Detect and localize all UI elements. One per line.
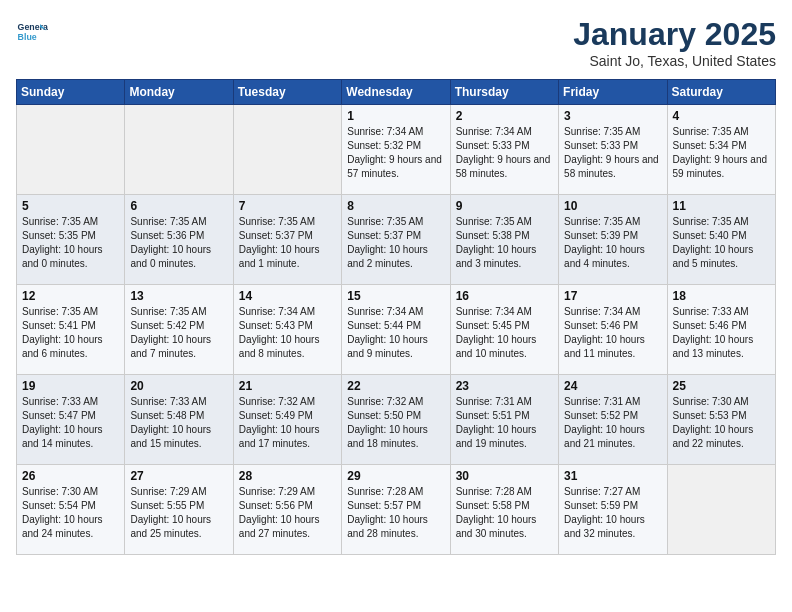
calendar-cell: 29Sunrise: 7:28 AMSunset: 5:57 PMDayligh… (342, 465, 450, 555)
day-number: 12 (22, 289, 119, 303)
calendar-cell: 20Sunrise: 7:33 AMSunset: 5:48 PMDayligh… (125, 375, 233, 465)
logo: General Blue (16, 16, 48, 48)
calendar-cell: 6Sunrise: 7:35 AMSunset: 5:36 PMDaylight… (125, 195, 233, 285)
calendar-cell: 2Sunrise: 7:34 AMSunset: 5:33 PMDaylight… (450, 105, 558, 195)
calendar-cell: 8Sunrise: 7:35 AMSunset: 5:37 PMDaylight… (342, 195, 450, 285)
calendar-cell: 24Sunrise: 7:31 AMSunset: 5:52 PMDayligh… (559, 375, 667, 465)
day-info: Sunrise: 7:35 AMSunset: 5:33 PMDaylight:… (564, 125, 661, 181)
day-number: 18 (673, 289, 770, 303)
weekday-header-tuesday: Tuesday (233, 80, 341, 105)
day-info: Sunrise: 7:29 AMSunset: 5:56 PMDaylight:… (239, 485, 336, 541)
day-info: Sunrise: 7:34 AMSunset: 5:32 PMDaylight:… (347, 125, 444, 181)
weekday-header-monday: Monday (125, 80, 233, 105)
day-number: 10 (564, 199, 661, 213)
calendar-cell: 1Sunrise: 7:34 AMSunset: 5:32 PMDaylight… (342, 105, 450, 195)
day-info: Sunrise: 7:35 AMSunset: 5:34 PMDaylight:… (673, 125, 770, 181)
day-info: Sunrise: 7:31 AMSunset: 5:52 PMDaylight:… (564, 395, 661, 451)
day-number: 14 (239, 289, 336, 303)
calendar-cell: 30Sunrise: 7:28 AMSunset: 5:58 PMDayligh… (450, 465, 558, 555)
day-info: Sunrise: 7:30 AMSunset: 5:54 PMDaylight:… (22, 485, 119, 541)
day-info: Sunrise: 7:35 AMSunset: 5:37 PMDaylight:… (239, 215, 336, 271)
calendar-week-row: 1Sunrise: 7:34 AMSunset: 5:32 PMDaylight… (17, 105, 776, 195)
day-info: Sunrise: 7:28 AMSunset: 5:57 PMDaylight:… (347, 485, 444, 541)
day-info: Sunrise: 7:35 AMSunset: 5:35 PMDaylight:… (22, 215, 119, 271)
day-number: 22 (347, 379, 444, 393)
day-number: 1 (347, 109, 444, 123)
day-number: 20 (130, 379, 227, 393)
calendar-cell: 13Sunrise: 7:35 AMSunset: 5:42 PMDayligh… (125, 285, 233, 375)
calendar-cell: 4Sunrise: 7:35 AMSunset: 5:34 PMDaylight… (667, 105, 775, 195)
day-number: 23 (456, 379, 553, 393)
day-number: 30 (456, 469, 553, 483)
calendar-body: 1Sunrise: 7:34 AMSunset: 5:32 PMDaylight… (17, 105, 776, 555)
weekday-header-sunday: Sunday (17, 80, 125, 105)
day-number: 4 (673, 109, 770, 123)
calendar-week-row: 26Sunrise: 7:30 AMSunset: 5:54 PMDayligh… (17, 465, 776, 555)
day-info: Sunrise: 7:34 AMSunset: 5:43 PMDaylight:… (239, 305, 336, 361)
calendar-cell: 15Sunrise: 7:34 AMSunset: 5:44 PMDayligh… (342, 285, 450, 375)
calendar-cell (17, 105, 125, 195)
calendar-cell: 23Sunrise: 7:31 AMSunset: 5:51 PMDayligh… (450, 375, 558, 465)
day-info: Sunrise: 7:32 AMSunset: 5:50 PMDaylight:… (347, 395, 444, 451)
day-number: 15 (347, 289, 444, 303)
day-info: Sunrise: 7:35 AMSunset: 5:40 PMDaylight:… (673, 215, 770, 271)
weekday-header-row: SundayMondayTuesdayWednesdayThursdayFrid… (17, 80, 776, 105)
calendar-cell: 3Sunrise: 7:35 AMSunset: 5:33 PMDaylight… (559, 105, 667, 195)
calendar-cell: 9Sunrise: 7:35 AMSunset: 5:38 PMDaylight… (450, 195, 558, 285)
day-info: Sunrise: 7:35 AMSunset: 5:41 PMDaylight:… (22, 305, 119, 361)
day-number: 3 (564, 109, 661, 123)
weekday-header-thursday: Thursday (450, 80, 558, 105)
day-number: 31 (564, 469, 661, 483)
calendar-cell: 18Sunrise: 7:33 AMSunset: 5:46 PMDayligh… (667, 285, 775, 375)
day-info: Sunrise: 7:35 AMSunset: 5:38 PMDaylight:… (456, 215, 553, 271)
weekday-header-friday: Friday (559, 80, 667, 105)
day-info: Sunrise: 7:28 AMSunset: 5:58 PMDaylight:… (456, 485, 553, 541)
day-info: Sunrise: 7:34 AMSunset: 5:44 PMDaylight:… (347, 305, 444, 361)
day-info: Sunrise: 7:35 AMSunset: 5:36 PMDaylight:… (130, 215, 227, 271)
day-number: 16 (456, 289, 553, 303)
day-info: Sunrise: 7:35 AMSunset: 5:37 PMDaylight:… (347, 215, 444, 271)
svg-text:General: General (18, 22, 48, 32)
day-number: 21 (239, 379, 336, 393)
calendar-header: SundayMondayTuesdayWednesdayThursdayFrid… (17, 80, 776, 105)
day-info: Sunrise: 7:34 AMSunset: 5:46 PMDaylight:… (564, 305, 661, 361)
day-info: Sunrise: 7:33 AMSunset: 5:47 PMDaylight:… (22, 395, 119, 451)
calendar-cell: 16Sunrise: 7:34 AMSunset: 5:45 PMDayligh… (450, 285, 558, 375)
calendar-cell (667, 465, 775, 555)
calendar-table: SundayMondayTuesdayWednesdayThursdayFrid… (16, 79, 776, 555)
day-number: 8 (347, 199, 444, 213)
calendar-cell: 11Sunrise: 7:35 AMSunset: 5:40 PMDayligh… (667, 195, 775, 285)
day-number: 2 (456, 109, 553, 123)
calendar-cell: 19Sunrise: 7:33 AMSunset: 5:47 PMDayligh… (17, 375, 125, 465)
calendar-cell (125, 105, 233, 195)
calendar-cell: 17Sunrise: 7:34 AMSunset: 5:46 PMDayligh… (559, 285, 667, 375)
day-number: 17 (564, 289, 661, 303)
day-number: 24 (564, 379, 661, 393)
calendar-cell: 12Sunrise: 7:35 AMSunset: 5:41 PMDayligh… (17, 285, 125, 375)
calendar-cell: 14Sunrise: 7:34 AMSunset: 5:43 PMDayligh… (233, 285, 341, 375)
day-info: Sunrise: 7:31 AMSunset: 5:51 PMDaylight:… (456, 395, 553, 451)
calendar-cell: 7Sunrise: 7:35 AMSunset: 5:37 PMDaylight… (233, 195, 341, 285)
calendar-week-row: 5Sunrise: 7:35 AMSunset: 5:35 PMDaylight… (17, 195, 776, 285)
calendar-cell: 28Sunrise: 7:29 AMSunset: 5:56 PMDayligh… (233, 465, 341, 555)
weekday-header-saturday: Saturday (667, 80, 775, 105)
calendar-cell: 25Sunrise: 7:30 AMSunset: 5:53 PMDayligh… (667, 375, 775, 465)
weekday-header-wednesday: Wednesday (342, 80, 450, 105)
calendar-cell: 5Sunrise: 7:35 AMSunset: 5:35 PMDaylight… (17, 195, 125, 285)
day-info: Sunrise: 7:27 AMSunset: 5:59 PMDaylight:… (564, 485, 661, 541)
logo-icon: General Blue (16, 16, 48, 48)
day-number: 9 (456, 199, 553, 213)
day-number: 26 (22, 469, 119, 483)
day-number: 19 (22, 379, 119, 393)
day-info: Sunrise: 7:35 AMSunset: 5:39 PMDaylight:… (564, 215, 661, 271)
calendar-title: January 2025 (573, 16, 776, 53)
day-number: 13 (130, 289, 227, 303)
calendar-cell: 31Sunrise: 7:27 AMSunset: 5:59 PMDayligh… (559, 465, 667, 555)
calendar-subtitle: Saint Jo, Texas, United States (573, 53, 776, 69)
day-info: Sunrise: 7:35 AMSunset: 5:42 PMDaylight:… (130, 305, 227, 361)
day-number: 25 (673, 379, 770, 393)
day-info: Sunrise: 7:33 AMSunset: 5:48 PMDaylight:… (130, 395, 227, 451)
calendar-cell: 27Sunrise: 7:29 AMSunset: 5:55 PMDayligh… (125, 465, 233, 555)
calendar-week-row: 12Sunrise: 7:35 AMSunset: 5:41 PMDayligh… (17, 285, 776, 375)
day-info: Sunrise: 7:29 AMSunset: 5:55 PMDaylight:… (130, 485, 227, 541)
